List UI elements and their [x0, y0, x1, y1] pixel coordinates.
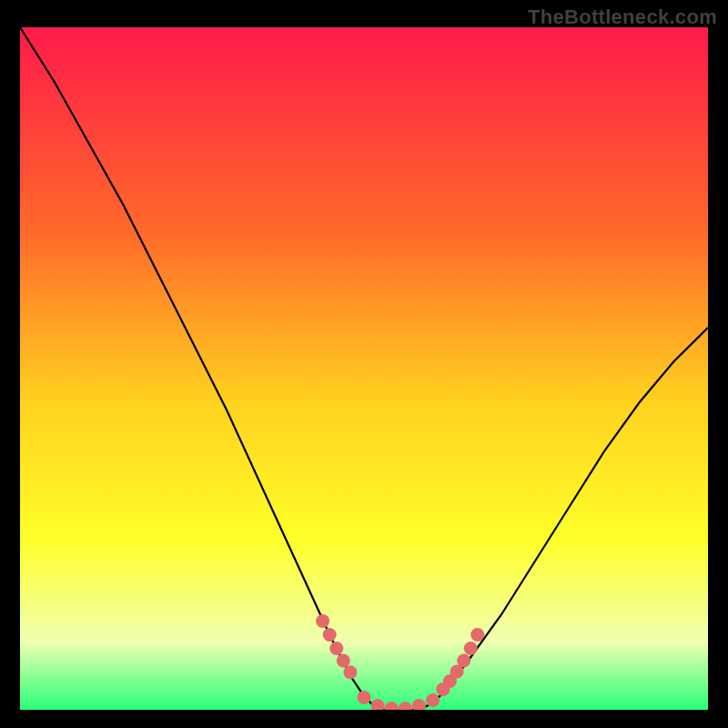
dot-right-shoulder	[457, 654, 470, 668]
dot-left-shoulder	[316, 614, 329, 628]
dot-left-shoulder	[329, 642, 343, 655]
dot-left-shoulder	[323, 628, 337, 642]
dot-right-shoulder	[470, 628, 484, 642]
chart-frame: TheBottleneck.com	[0, 0, 728, 728]
dot-left-shoulder	[337, 654, 350, 668]
plot-svg	[20, 27, 708, 710]
dot-left-shoulder	[343, 665, 357, 679]
watermark-text: TheBottleneck.com	[528, 5, 717, 29]
dot-valley-floor	[358, 691, 371, 704]
plot-area	[20, 27, 708, 710]
gradient-background	[20, 27, 708, 710]
dot-right-shoulder	[464, 642, 478, 655]
dot-valley-floor	[426, 693, 440, 707]
